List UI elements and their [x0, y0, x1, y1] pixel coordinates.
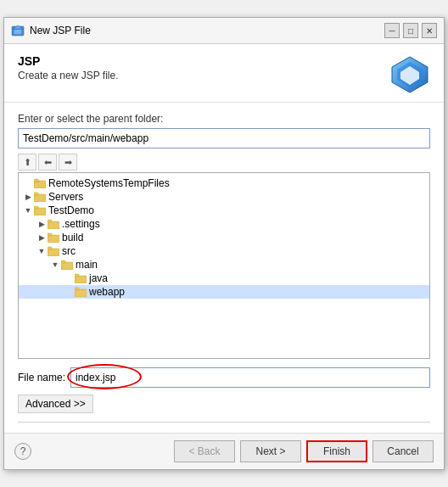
tree-up-button[interactable]: ⬆: [18, 154, 36, 171]
toggle-icon: ▼: [22, 204, 34, 216]
maximize-button[interactable]: □: [403, 23, 418, 38]
next-button[interactable]: Next >: [240, 440, 301, 462]
cancel-button[interactable]: Cancel: [372, 440, 434, 462]
tree-toolbar: ⬆ ⬅ ➡: [18, 154, 430, 171]
folder-label: Enter or select the parent folder:: [18, 113, 430, 125]
tree-label: Servers: [48, 191, 83, 203]
file-name-input-wrap: [70, 367, 430, 388]
tree-item-remotesystemstempfiles[interactable]: ▶ RemoteSystemsTempFiles: [19, 176, 429, 190]
toggle-icon: ▶: [22, 191, 34, 203]
header-subtitle: Create a new JSP file.: [18, 70, 389, 81]
folder-icon: [48, 246, 59, 256]
tree-back-button[interactable]: ⬅: [38, 154, 57, 171]
folder-icon: [34, 178, 46, 188]
tree-container: ▶ RemoteSystemsTempFiles ▶ Servers ▼: [18, 172, 430, 359]
folder-icon: [34, 192, 46, 202]
svg-rect-23: [75, 289, 87, 297]
tree-label: build: [62, 232, 83, 244]
close-button[interactable]: ✕: [422, 23, 437, 38]
help-button[interactable]: ?: [14, 443, 31, 460]
folder-icon: [48, 219, 59, 229]
advanced-button[interactable]: Advanced >>: [18, 395, 93, 413]
title-bar: New JSP File ─ □ ✕: [4, 18, 444, 44]
svg-rect-17: [48, 249, 59, 256]
folder-input[interactable]: [18, 128, 430, 148]
tree-item-src[interactable]: ▼ src: [19, 244, 429, 258]
folder-icon: [75, 273, 87, 283]
svg-rect-13: [48, 221, 59, 229]
folder-icon: [34, 205, 46, 216]
svg-rect-8: [34, 179, 38, 182]
svg-rect-24: [75, 288, 79, 290]
svg-rect-9: [34, 194, 46, 202]
svg-rect-2: [14, 30, 21, 34]
file-name-row: File name:: [18, 367, 430, 388]
svg-rect-21: [75, 276, 87, 283]
toggle-icon: ▶: [36, 218, 48, 230]
file-name-label: File name:: [18, 372, 65, 383]
svg-rect-18: [48, 247, 52, 249]
tree-item-java[interactable]: ▶ java: [19, 271, 429, 285]
title-controls: ─ □ ✕: [384, 23, 437, 38]
tree-label: java: [89, 272, 108, 284]
dialog-title: New JSP File: [30, 25, 379, 36]
separator: [18, 422, 430, 423]
header-logo: [389, 54, 430, 95]
finish-button[interactable]: Finish: [306, 440, 367, 462]
tree-label: TestDemo: [48, 204, 94, 216]
svg-rect-14: [48, 220, 52, 222]
tree-item-build[interactable]: ▶ build: [19, 231, 429, 244]
file-name-input[interactable]: [70, 367, 430, 388]
toggle-icon: ▶: [36, 232, 48, 244]
tree-item-servers[interactable]: ▶ Servers: [19, 190, 429, 204]
header-section: JSP Create a new JSP file.: [4, 44, 444, 103]
header-text: JSP Create a new JSP file.: [18, 54, 389, 81]
toggle-icon: ▼: [49, 259, 61, 271]
tree-item-main[interactable]: ▼ main: [19, 258, 429, 271]
tree-label: RemoteSystemsTempFiles: [48, 177, 170, 189]
folder-icon: [75, 287, 87, 297]
toggle-icon: ▼: [36, 245, 48, 257]
svg-rect-16: [48, 233, 52, 236]
svg-rect-22: [75, 274, 79, 277]
svg-rect-20: [61, 260, 65, 263]
content: Enter or select the parent folder: ⬆ ⬅ ➡…: [4, 103, 444, 433]
tree-item-webapp[interactable]: ▶ webapp: [19, 285, 429, 299]
minimize-button[interactable]: ─: [384, 23, 400, 38]
svg-rect-10: [34, 193, 38, 195]
dialog-icon: [11, 24, 25, 37]
svg-rect-19: [61, 262, 73, 270]
dialog: New JSP File ─ □ ✕ JSP Create a new JSP …: [3, 17, 445, 470]
tree-item-testdemo[interactable]: ▼ TestDemo: [19, 204, 429, 217]
tree-label: webapp: [89, 286, 125, 298]
footer: ? < Back Next > Finish Cancel: [4, 433, 444, 469]
back-button[interactable]: < Back: [174, 440, 235, 462]
tree-forward-button[interactable]: ➡: [59, 154, 77, 171]
folder-icon: [61, 260, 73, 270]
tree-label: main: [76, 259, 98, 271]
tree-label: .settings: [62, 218, 100, 230]
header-title: JSP: [18, 54, 389, 68]
tree-label: src: [62, 245, 76, 257]
svg-rect-11: [34, 208, 46, 216]
folder-icon: [48, 232, 59, 243]
svg-rect-15: [48, 235, 59, 243]
tree-item-settings[interactable]: ▶ .settings: [19, 217, 429, 231]
svg-rect-12: [34, 206, 38, 209]
